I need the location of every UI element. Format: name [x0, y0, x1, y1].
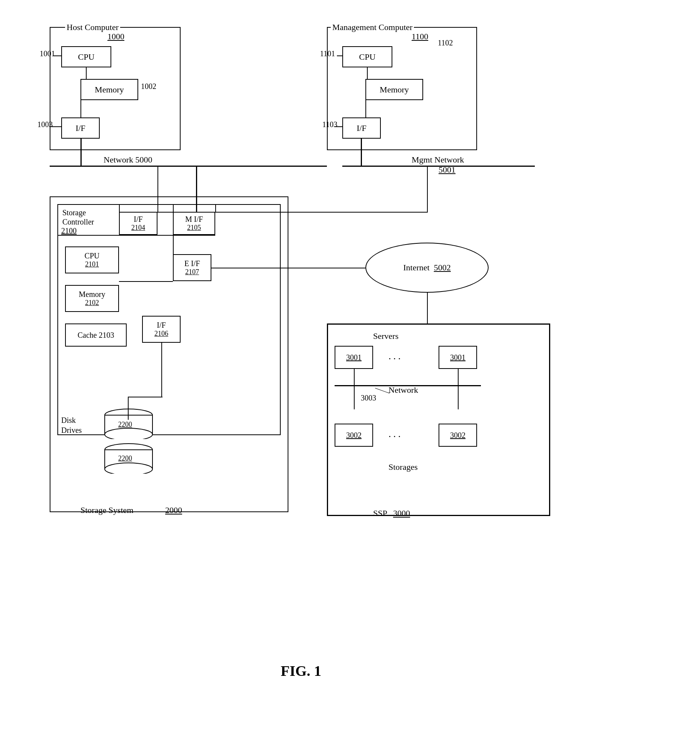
sc-cpu-label: CPU: [85, 251, 100, 260]
server3002-br-id: 3002: [450, 431, 466, 440]
sc-id: 2100: [61, 226, 77, 235]
mgmt-memory-box: Memory: [365, 79, 423, 100]
server-3001-tl: 3001: [335, 346, 373, 369]
if2104-box: I/F 2104: [119, 212, 157, 235]
mif2105-id: 2105: [187, 224, 201, 232]
mif2105-box: M I/F 2105: [173, 212, 215, 235]
eif2107-id: 2107: [185, 268, 199, 276]
ssp-network-id: 3003: [361, 394, 376, 402]
disk1-id: 2200: [118, 421, 132, 429]
server-3002-bl: 3002: [335, 424, 373, 447]
network5000-label: Network 5000: [104, 155, 152, 165]
eif2107-box: E I/F 2107: [173, 254, 211, 281]
host-memory-box: Memory: [80, 79, 138, 100]
host-computer-id: 1000: [107, 32, 124, 42]
sc-cache-label: Cache 2103: [78, 331, 114, 340]
sc-cpu-id: 2101: [85, 260, 99, 268]
server-3002-br: 3002: [439, 424, 477, 447]
disk2-id: 2200: [118, 454, 132, 463]
mgmt-cpu-box: CPU: [342, 46, 392, 67]
mgmt-cpu-ref: 1101: [320, 49, 335, 58]
server3002-bl-id: 3002: [346, 431, 362, 440]
sc-memory-label: Memory: [79, 290, 106, 299]
sc-cache-box: Cache 2103: [65, 323, 127, 347]
mgmt-cpu-label: CPU: [359, 52, 376, 62]
mgmt-if-box: I/F: [342, 117, 381, 139]
internet-id: 5002: [434, 263, 451, 272]
storage-system-label: Storage System: [80, 505, 134, 515]
storages-label: Storages: [389, 462, 418, 472]
sc-cpu-box: CPU 2101: [65, 246, 119, 273]
host-cpu-ref: 1001: [40, 49, 55, 58]
mgmt-memory-id-label: 1102: [438, 39, 453, 47]
server3001-tl-id: 3001: [346, 353, 362, 362]
internet-label: Internet 5002: [403, 263, 450, 273]
host-memory-ref: 1002: [141, 82, 156, 91]
host-cpu-label: CPU: [78, 52, 95, 62]
host-computer-title: Host Computer: [65, 22, 120, 32]
ssp-id: 3000: [393, 508, 410, 518]
disk-drives-label2: Drives: [61, 426, 82, 435]
ssp-network-label: Network: [389, 385, 418, 395]
internet-ellipse: Internet 5002: [365, 243, 489, 293]
host-if-ref: 1003: [37, 120, 53, 129]
main-diagram: Host Computer 1000 CPU 1001 Memory 1002 …: [27, 15, 673, 701]
dots-bottom: ...: [389, 428, 403, 440]
sc-memory-id: 2102: [85, 299, 99, 307]
if2106-box: I/F 2106: [142, 316, 181, 343]
ssp-label: SSP: [373, 508, 387, 518]
host-cpu-box: CPU: [61, 46, 111, 67]
if2106-id: 2106: [154, 330, 168, 338]
mgmt-network-label: Mgmt Network: [412, 155, 464, 165]
host-if-label: I/F: [75, 123, 85, 133]
if2104-id: 2104: [131, 224, 145, 232]
if2106-label: I/F: [157, 321, 166, 330]
server3001-tr-id: 3001: [450, 353, 466, 362]
host-memory-label: Memory: [95, 85, 124, 95]
sc-memory-box: Memory 2102: [65, 285, 119, 312]
svg-point-2: [105, 428, 152, 439]
mgmt-computer-title: Management Computer: [331, 22, 414, 32]
sc-label: StorageController: [61, 208, 95, 226]
host-if-box: I/F: [61, 117, 100, 139]
storage-system-id: 2000: [165, 505, 182, 515]
mgmt-if-label: I/F: [357, 123, 367, 133]
mgmt-memory-label: Memory: [380, 85, 409, 95]
fig-label: FIG. 1: [281, 662, 322, 679]
server-3001-tr: 3001: [439, 346, 477, 369]
dots-top: ...: [389, 350, 403, 362]
servers-label: Servers: [373, 331, 399, 341]
mif2105-label: M I/F: [185, 215, 203, 224]
mgmt-computer-id: 1100: [412, 32, 428, 42]
eif2107-label: E I/F: [184, 259, 200, 268]
mgmt-if-ref: 1103: [322, 120, 337, 129]
disk-drives-label: Disk: [61, 416, 76, 425]
svg-point-5: [105, 463, 152, 474]
if2104-label: I/F: [134, 215, 142, 224]
mgmt-network-id: 5001: [439, 165, 456, 175]
